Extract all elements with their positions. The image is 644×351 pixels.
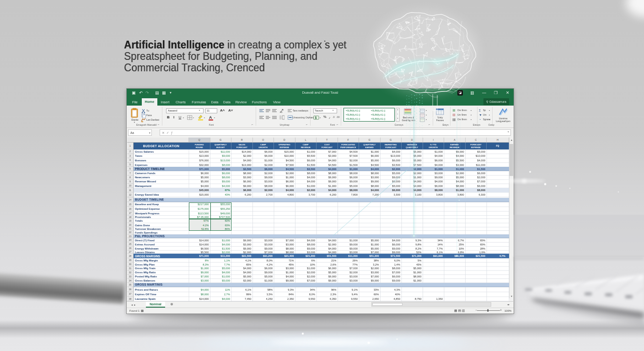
svg-text:A: A <box>209 115 212 120</box>
svg-text:$: $ <box>315 116 317 120</box>
svg-text:ab: ab <box>280 111 283 113</box>
